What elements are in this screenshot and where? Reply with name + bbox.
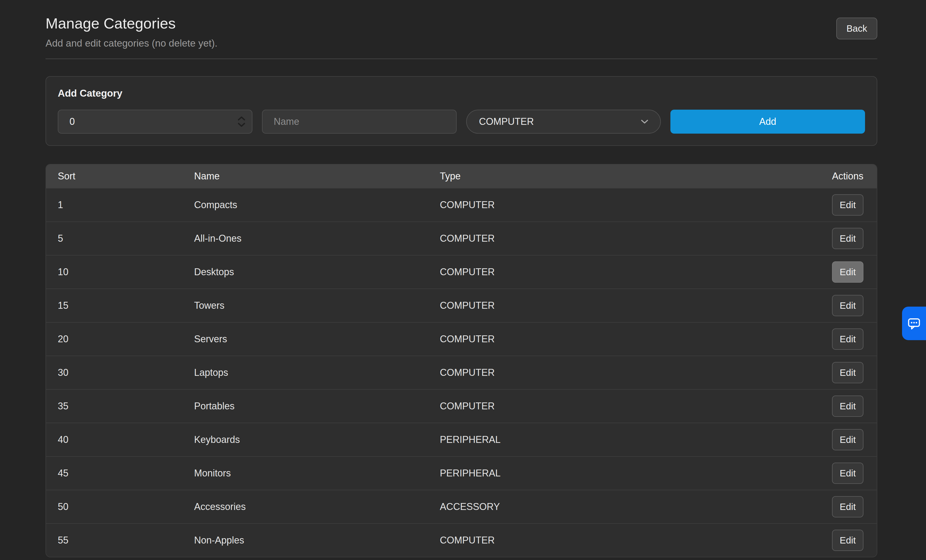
row-name-value: Accessories (194, 501, 440, 512)
row-name-value: Keyboards (194, 434, 440, 445)
row-actions-cell: Edit (805, 328, 864, 350)
edit-button[interactable]: Edit (832, 295, 864, 316)
page-subtitle: Add and edit categories (no delete yet). (45, 38, 218, 49)
table-row: 40KeyboardsPERIPHERALEdit (46, 423, 877, 456)
row-type-value: PERIPHERAL (440, 434, 805, 445)
row-name-value: Servers (194, 334, 440, 345)
table-row: 30LaptopsCOMPUTEREdit (46, 356, 877, 389)
edit-button[interactable]: Edit (832, 194, 864, 216)
add-category-heading: Add Category (58, 88, 865, 99)
back-button[interactable]: Back (836, 18, 877, 39)
table-body: 1CompactsCOMPUTEREdit5All-in-OnesCOMPUTE… (46, 188, 877, 557)
chat-widget-button[interactable] (902, 306, 926, 340)
number-stepper[interactable] (238, 116, 245, 127)
edit-button[interactable]: Edit (832, 429, 864, 450)
categories-table: Sort Name Type Actions 1CompactsCOMPUTER… (45, 164, 877, 557)
table-row: 55Non-ApplesCOMPUTEREdit (46, 523, 877, 557)
row-name-value: Non-Apples (194, 535, 440, 546)
row-sort-value: 40 (58, 434, 194, 445)
row-actions-cell: Edit (805, 463, 864, 484)
row-sort-value: 20 (58, 334, 194, 345)
row-name-value: Laptops (194, 367, 440, 378)
row-type-value: ACCESSORY (440, 501, 805, 512)
row-type-value: PERIPHERAL (440, 468, 805, 479)
edit-button[interactable]: Edit (832, 395, 864, 417)
row-sort-value: 30 (58, 367, 194, 378)
page-header-text: Manage Categories Add and edit categorie… (45, 15, 218, 49)
row-actions-cell: Edit (805, 228, 864, 249)
row-actions-cell: Edit (805, 261, 864, 283)
header-divider (45, 59, 877, 59)
row-actions-cell: Edit (805, 496, 864, 518)
row-sort-value: 50 (58, 501, 194, 512)
page-header: Manage Categories Add and edit categorie… (45, 15, 877, 49)
column-header-sort: Sort (58, 171, 194, 182)
edit-button[interactable]: Edit (832, 328, 864, 350)
table-row: 5All-in-OnesCOMPUTEREdit (46, 222, 877, 255)
edit-button[interactable]: Edit (832, 496, 864, 518)
row-type-value: COMPUTER (440, 535, 805, 546)
chevron-down-icon (640, 119, 649, 125)
table-row: 15TowersCOMPUTEREdit (46, 288, 877, 322)
page-title: Manage Categories (45, 15, 218, 32)
add-category-panel: Add Category COMPUTER (45, 76, 877, 146)
edit-button[interactable]: Edit (832, 228, 864, 249)
row-sort-value: 35 (58, 401, 194, 412)
column-header-name: Name (194, 171, 440, 182)
row-name-value: Portables (194, 401, 440, 412)
edit-button[interactable]: Edit (832, 463, 864, 484)
table-row: 20ServersCOMPUTEREdit (46, 322, 877, 356)
row-name-value: Towers (194, 300, 440, 311)
row-name-value: Compacts (194, 199, 440, 211)
row-name-value: Monitors (194, 468, 440, 479)
row-sort-value: 1 (58, 199, 194, 211)
row-type-value: COMPUTER (440, 199, 805, 211)
edit-button[interactable]: Edit (832, 362, 864, 383)
column-header-actions: Actions (805, 171, 864, 182)
row-sort-value: 15 (58, 300, 194, 311)
row-sort-value: 55 (58, 535, 194, 546)
add-button[interactable]: Add (670, 110, 865, 134)
table-row: 50AccessoriesACCESSORYEdit (46, 490, 877, 523)
sort-field-wrap (58, 110, 253, 134)
add-category-form: COMPUTER Add (58, 110, 865, 134)
manage-categories-page: Manage Categories Add and edit categorie… (0, 0, 926, 557)
table-header-row: Sort Name Type Actions (46, 165, 877, 188)
sort-number-input[interactable] (58, 110, 253, 134)
row-type-value: COMPUTER (440, 367, 805, 378)
row-actions-cell: Edit (805, 295, 864, 316)
row-sort-value: 45 (58, 468, 194, 479)
row-sort-value: 10 (58, 266, 194, 278)
table-row: 1CompactsCOMPUTEREdit (46, 188, 877, 222)
row-actions-cell: Edit (805, 530, 864, 551)
table-row: 35PortablesCOMPUTEREdit (46, 389, 877, 423)
row-actions-cell: Edit (805, 429, 864, 450)
row-actions-cell: Edit (805, 194, 864, 216)
column-header-type: Type (440, 171, 805, 182)
row-type-value: COMPUTER (440, 300, 805, 311)
row-sort-value: 5 (58, 233, 194, 244)
table-row: 10DesktopsCOMPUTEREdit (46, 255, 877, 288)
row-name-value: All-in-Ones (194, 233, 440, 244)
row-name-value: Desktops (194, 266, 440, 278)
row-type-value: COMPUTER (440, 334, 805, 345)
type-select[interactable]: COMPUTER (466, 110, 661, 134)
type-select-value: COMPUTER (479, 116, 534, 127)
chevron-down-icon (238, 122, 245, 127)
row-type-value: COMPUTER (440, 266, 805, 278)
row-actions-cell: Edit (805, 362, 864, 383)
edit-button[interactable]: Edit (832, 261, 864, 283)
row-type-value: COMPUTER (440, 401, 805, 412)
chat-bubble-icon (907, 316, 921, 331)
row-actions-cell: Edit (805, 395, 864, 417)
table-row: 45MonitorsPERIPHERALEdit (46, 456, 877, 490)
chevron-up-icon (238, 116, 245, 121)
name-input[interactable] (262, 110, 457, 134)
edit-button[interactable]: Edit (832, 530, 864, 551)
row-type-value: COMPUTER (440, 233, 805, 244)
